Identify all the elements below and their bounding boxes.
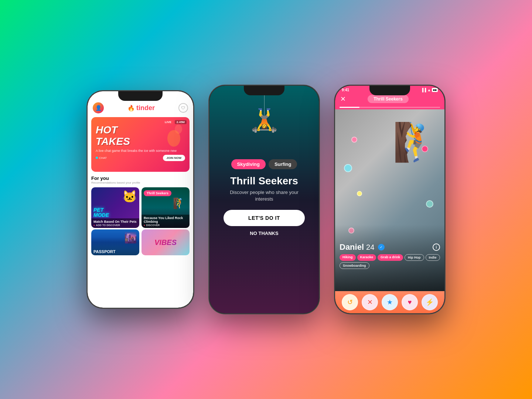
- hiphop-tag: Hip Hop: [405, 254, 424, 261]
- grab-drink-tag[interactable]: Grab a drink: [378, 254, 403, 261]
- profile-name: Daniel: [340, 242, 364, 252]
- thrill-tag: Thrill Seekers: [144, 190, 171, 196]
- hiking-tag[interactable]: Hiking: [340, 254, 356, 261]
- profile-age: 24: [366, 243, 374, 252]
- thrill-card-title: Because You Liked Rock Climbing: [144, 216, 187, 224]
- phone3-screen: 9:41 ▐▐ ▲ ■■ ✕ Thrill Seekers: [335, 86, 444, 313]
- live-badge-container: LIVE 2.45M: [163, 120, 187, 124]
- action-icon: ♦: [93, 224, 95, 226]
- progress-fill: [340, 107, 359, 108]
- join-now-button[interactable]: JOIN NOW: [163, 155, 185, 161]
- progress-bar: [340, 107, 440, 108]
- undo-button[interactable]: ↺: [342, 294, 358, 310]
- passport-card[interactable]: 🌆 PASSPORT: [91, 229, 139, 255]
- phone-1: 👤 🔥 tinder 🛡 LIVE 2.45M HOTTAKES A live …: [87, 91, 194, 308]
- phone1-header: 👤 🔥 tinder 🛡: [88, 101, 193, 116]
- phone-2: 9:41 ▐▐ ▲ ■■ 🏋 Skydiving Surfing Thrill …: [209, 85, 320, 314]
- flame-icon: 🔥: [127, 105, 135, 112]
- chat-dot-icon: [96, 157, 98, 159]
- info-icon[interactable]: i: [433, 243, 440, 251]
- pet-card-title: Match Based On Their Pets: [93, 220, 137, 224]
- indie-tag: Indie: [426, 254, 440, 261]
- thrill-card-action: ♦ DISCOVER: [144, 224, 187, 226]
- profile-info-overlay: Daniel 24 ✓ i Hiking Karaoke Grab a drin…: [340, 242, 440, 269]
- chat-text: CHAT: [99, 156, 107, 160]
- status-time-3: 9:41: [342, 88, 349, 92]
- thrill-main-title: Thrill Seekers: [221, 175, 308, 187]
- bottom-cards-grid: 🌆 PASSPORT VIBES: [88, 229, 193, 255]
- bungee-jumper-icon: 🏋: [250, 108, 278, 134]
- for-you-subtitle: Recommendations based your profile: [91, 181, 190, 184]
- for-you-section: For you Recommendations based your profi…: [88, 173, 193, 186]
- avatar[interactable]: 👤: [93, 102, 104, 113]
- action-icon2: ♦: [144, 224, 145, 226]
- interest-tags: Hiking Karaoke Grab a drink Hip Hop Indi…: [340, 254, 440, 269]
- view-count: 2.45M: [175, 120, 187, 124]
- phone-3: 9:41 ▐▐ ▲ ■■ ✕ Thrill Seekers: [334, 85, 445, 314]
- phone2-screen: 9:41 ▐▐ ▲ ■■ 🏋 Skydiving Surfing Thrill …: [209, 86, 319, 313]
- thrill-card-footer: Because You Liked Rock Climbing ♦ DISCOV…: [141, 215, 190, 228]
- pet-mode-card[interactable]: 🐱 PETMODE Match Based On Their Pets ♦ AD…: [91, 187, 139, 228]
- wifi-icon-3: ▲: [427, 88, 431, 92]
- discover-label: DISCOVER: [146, 224, 160, 226]
- passport-label: PASSPORT: [93, 249, 116, 254]
- phone1-screen: 👤 🔥 tinder 🛡 LIVE 2.45M HOTTAKES A live …: [88, 91, 193, 308]
- boost-button[interactable]: ⚡: [422, 294, 438, 310]
- nope-button[interactable]: ✕: [362, 294, 378, 310]
- hot-takes-description: A live chat game that breaks the ice wit…: [96, 149, 185, 153]
- for-you-title: For you: [91, 175, 190, 181]
- like-button[interactable]: ♥: [402, 294, 418, 310]
- shield-icon[interactable]: 🛡: [178, 103, 188, 113]
- cards-grid: 🐱 PETMODE Match Based On Their Pets ♦ AD…: [88, 186, 193, 229]
- live-badge: LIVE: [163, 120, 173, 124]
- vibes-text: VIBES: [154, 238, 177, 247]
- pet-mode-text: PETMODE: [93, 207, 109, 218]
- thrill-seekers-card[interactable]: Thrill Seekers 🧗 Because You Liked Rock …: [141, 187, 190, 228]
- pet-card-action: ♦ ADD TO DISCOVER: [93, 224, 137, 226]
- hot-takes-banner: LIVE 2.45M HOTTAKES A live chat game tha…: [91, 117, 190, 172]
- thrill-seekers-badge: Thrill Seekers: [368, 95, 409, 103]
- super-like-button[interactable]: ★: [382, 294, 398, 310]
- vibes-card[interactable]: VIBES: [141, 229, 190, 255]
- tinder-logo: 🔥 tinder: [127, 104, 155, 112]
- signal-icon-3: ▐▐: [421, 88, 426, 92]
- close-button[interactable]: ✕: [340, 95, 346, 103]
- battery-icon-3: ■■: [432, 88, 438, 92]
- lets-do-it-button[interactable]: LET'S DO IT: [224, 210, 305, 226]
- thrill-content: Thrill Seekers Discover people who share…: [209, 169, 319, 236]
- karaoke-tag[interactable]: Karaoke: [357, 254, 376, 261]
- snowboarding-tag: Snowboarding: [340, 262, 369, 269]
- status-icons-3: ▐▐ ▲ ■■: [421, 88, 438, 92]
- profile-image: 🧗 Daniel 24 ✓ i Hiking Karaoke: [335, 109, 444, 291]
- hot-takes-footer: CHAT JOIN NOW: [96, 155, 185, 161]
- action-buttons: ↺ ✕ ★ ♥ ⚡: [335, 291, 444, 313]
- verified-icon: ✓: [378, 244, 385, 250]
- thrill-subtitle: Discover people who share your interests: [221, 189, 308, 202]
- climber-figure: 🧗: [393, 120, 439, 164]
- no-thanks-button[interactable]: NO THANKS: [221, 231, 308, 236]
- cat-icon: 🐱: [122, 190, 137, 204]
- pet-card-footer: Match Based On Their Pets ♦ ADD TO DISCO…: [91, 218, 139, 228]
- chat-label: CHAT: [96, 156, 107, 160]
- tinder-wordmark: tinder: [136, 104, 155, 112]
- add-to-discover-label: ADD TO DISCOVER: [96, 224, 120, 226]
